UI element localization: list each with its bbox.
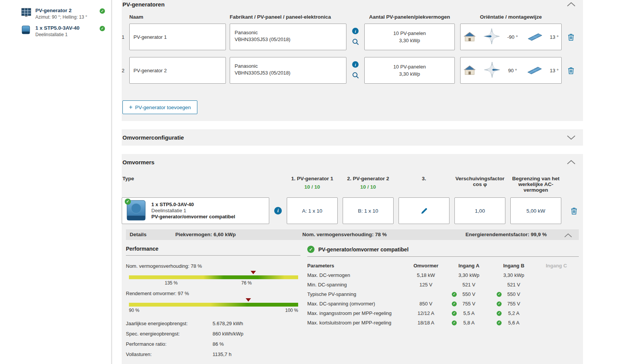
roof-house-icon — [463, 64, 476, 77]
pv-module-select[interactable]: Panasonic VBHN330SJ53 (05/2018) — [230, 57, 346, 84]
pv-name-input[interactable] — [129, 24, 226, 50]
pv-count-field[interactable]: 10 PV-panelen 3,30 kWp — [364, 24, 455, 50]
gen2-assigned-count: 10 / 10 — [343, 184, 394, 190]
parameters-table-header: Parameters Omvormer Ingang A Ingang B In… — [307, 261, 579, 270]
sidebar-item-title: PV-generator 2 — [35, 8, 95, 13]
check-icon: ✓ — [497, 320, 502, 325]
add-pv-generator-button[interactable]: + PV-generator toevoegen — [122, 100, 197, 114]
pv-generator-row: 2 Panasonic VBHN330SJ53 (05/2018) i 10 P… — [122, 57, 583, 84]
col-header-aantal: Aantal PV-panelen/piekvermogen — [364, 14, 455, 20]
stat-value: 86 % — [213, 341, 300, 347]
parameter-row: Typische PV-spanning ✓550 V ✓550 V — [307, 289, 579, 299]
parameter-row: Min. DC-spanning 125 V 521 V 521 V — [307, 280, 579, 289]
stat-value: 1135,7 h — [213, 351, 300, 357]
details-summary-bar: Details Piekvermogen: 6,60 kWp Nom. verm… — [126, 229, 579, 240]
compass-icon — [484, 62, 500, 79]
sidebar-item-subtitle: Azimut: 90 °; Helling: 13 ° — [35, 14, 95, 20]
gauge1-tick: 76 % — [241, 280, 252, 286]
azimuth-value: -90 ° — [507, 34, 518, 40]
azimuth-value: 90 ° — [508, 68, 517, 73]
parameter-row: Max. ingangsstroom per MPP-regeling 12/1… — [307, 308, 579, 318]
nominal-ratio-gauge — [129, 275, 298, 279]
row-number: 1 — [122, 24, 129, 50]
parameters-table: Parameters Omvormer Ingang A Ingang B In… — [307, 261, 579, 327]
parameter-row: Max. DC-vermogen 5,18 kW 3,30 kWp 3,30 k… — [307, 270, 579, 280]
status-ok-icon: ✓ — [100, 8, 105, 14]
pv-count-field[interactable]: 10 PV-panelen 3,30 kWp — [364, 57, 455, 84]
inverter-name: 1 x STP5.0-3AV-40 — [151, 202, 235, 208]
inverter-compat-label: PV-generator/omvormer compatibel — [151, 214, 235, 220]
sidebar-divider — [111, 0, 112, 364]
ac-limit-field[interactable]: 5,00 kW — [510, 197, 561, 224]
peak-power-summary: Piekvermogen: 6,60 kWp — [175, 232, 236, 237]
compatibility-title: PV-generator/omvormer compatibel — [318, 246, 408, 253]
search-icon[interactable] — [351, 71, 360, 79]
pv-panel-icon — [21, 8, 31, 19]
collapse-up-icon[interactable] — [563, 232, 573, 239]
check-icon: ✓ — [452, 292, 457, 297]
inverter-row: ✓ 1 x STP5.0-3AV-40 Deelinstallatie 1 PV… — [122, 197, 583, 224]
check-icon: ✓ — [497, 311, 502, 316]
trash-icon[interactable] — [567, 33, 575, 41]
main-content: PV-generatoren Naam Fabrikant / PV-panee… — [122, 0, 583, 364]
parameter-row: Max. DC-spanning (omvormer) 850 V ✓755 V… — [307, 299, 579, 308]
inverter-subtitle: Deelinstallatie 1 — [151, 208, 235, 214]
sidebar-item-title: 1 x STP5.0-3AV-40 — [35, 25, 95, 31]
sidebar-item-pv-generator-2[interactable]: PV-generator 2 Azimut: 90 °; Helling: 13… — [0, 5, 111, 23]
pv-module-select[interactable]: Panasonic VBHN330SJ53 (05/2018) — [230, 24, 346, 50]
col-header-type: Type — [122, 176, 282, 181]
section-title-omvormerconfiguratie: Omvormerconfiguratie — [122, 134, 184, 141]
trash-icon[interactable] — [570, 207, 578, 215]
col-header-gen3: 3. — [399, 176, 449, 181]
collapse-up-icon[interactable] — [565, 1, 577, 8]
gauge-marker — [246, 298, 251, 302]
gen3-assignment-field[interactable] — [399, 197, 449, 224]
inverter-icon — [21, 25, 31, 36]
omvormerconfiguratie-panel: Omvormerconfiguratie — [122, 129, 583, 146]
tilt-value: 13 ° — [550, 34, 559, 40]
tilt-panel-icon — [525, 32, 543, 43]
gen2-assignment-field[interactable]: B: 1 x 10 — [343, 197, 394, 224]
project-tree-sidebar: PV-generator 2 Azimut: 90 °; Helling: 13… — [0, 0, 111, 364]
sidebar-item-inverter[interactable]: 1 x STP5.0-3AV-40 Deelinstallatie 1 ✓ — [0, 23, 111, 40]
cos-phi-field[interactable]: 1,00 — [454, 197, 505, 224]
pv-name-input[interactable] — [129, 57, 226, 84]
gen1-assigned-count: 10 / 10 — [287, 184, 338, 190]
details-label: Details — [130, 232, 146, 237]
check-icon: ✓ — [452, 320, 457, 325]
stat-row: Spec. energieopbrengst: 860 kWh/kWp — [126, 331, 300, 337]
gen1-assignment-field[interactable]: A: 1 x 10 — [287, 197, 338, 224]
app-page: PV-generator 2 Azimut: 90 °; Helling: 13… — [0, 0, 621, 364]
collapse-down-icon[interactable] — [565, 134, 577, 141]
performance-title: Performance — [126, 240, 300, 256]
info-icon[interactable]: i — [274, 207, 282, 215]
stat-value: 5.678,29 kWh — [213, 321, 300, 326]
col-header-fabrikant: Fabrikant / PV-paneel / paneel-elektroni… — [230, 14, 346, 20]
info-icon[interactable]: i — [352, 61, 359, 68]
orientation-field[interactable]: 90 ° 13 ° — [460, 57, 562, 84]
stat-row: Jaarlijkse energieopbrengst: 5.678,29 kW… — [126, 321, 300, 326]
status-ok-icon: ✓ — [125, 199, 131, 205]
collapse-up-icon[interactable] — [565, 159, 577, 166]
pv-generator-row: 1 Panasonic VBHN330SJ53 (05/2018) i 10 P… — [122, 24, 583, 50]
col-header-gen2: 2. PV-generator 2 10 / 10 — [343, 176, 394, 190]
trash-icon[interactable] — [567, 66, 575, 75]
sidebar-item-subtitle: Deelinstallatie 1 — [35, 32, 95, 37]
roof-house-icon — [463, 31, 476, 43]
stat-row: Performance ratio: 86 % — [126, 341, 300, 347]
gauge2-tick: 100 % — [285, 308, 298, 313]
inverter-type-box[interactable]: ✓ 1 x STP5.0-3AV-40 Deelinstallatie 1 PV… — [122, 197, 269, 224]
col-header-cos-phi: Verschuivingsfactor cos φ — [454, 176, 505, 187]
tilt-value: 13 ° — [550, 68, 559, 73]
compass-icon — [483, 28, 500, 46]
inverter-efficiency-gauge — [129, 303, 298, 307]
stat-row: Vollasturen: 1135,7 h — [126, 351, 300, 357]
compatible-check-icon: ✓ — [307, 246, 314, 253]
status-ok-icon: ✓ — [100, 26, 105, 31]
tilt-panel-icon — [525, 65, 542, 76]
orientation-field[interactable]: -90 ° 13 ° — [460, 24, 562, 50]
omvormers-panel: Omvormers Type 1. PV-generator 1 10 / 10… — [122, 154, 583, 364]
search-icon[interactable] — [351, 38, 360, 46]
stat-value: 860 kWh/kWp — [213, 331, 300, 337]
info-icon[interactable]: i — [352, 28, 359, 34]
